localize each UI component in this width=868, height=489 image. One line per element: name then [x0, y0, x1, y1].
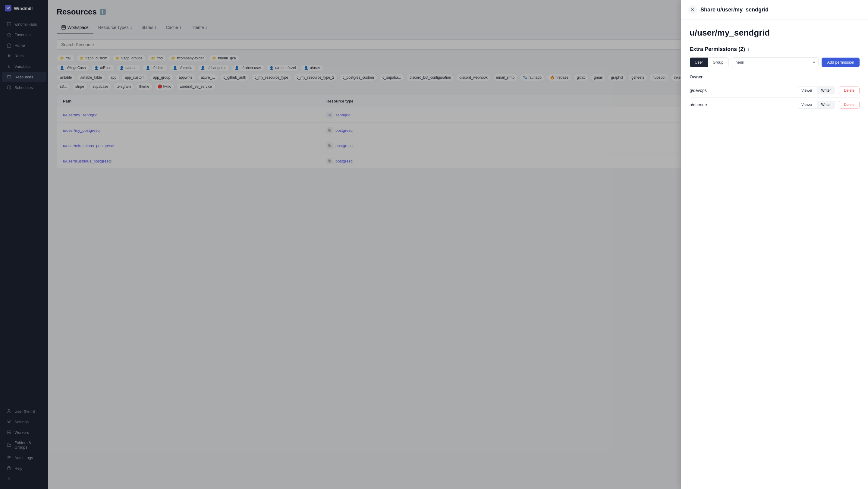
owner-section: Owner g/devops Viewer Writer Delete u/et…	[689, 74, 860, 112]
perm-name: g/devops	[689, 88, 793, 93]
viewer-btn[interactable]: Viewer	[797, 87, 817, 94]
user-group-toggle: User Group	[689, 57, 729, 67]
writer-btn[interactable]: Writer	[817, 87, 835, 94]
perm-level-group: Viewer Writer	[797, 101, 835, 109]
permissions-label: Extra Permissions (2)	[689, 46, 745, 53]
modal-overlay: ✕ Share u/user/my_sendgrid u/user/my_sen…	[0, 0, 868, 489]
delete-permission-button[interactable]: Delete	[839, 87, 860, 94]
permissions-heading: Extra Permissions (2) ℹ	[689, 46, 860, 53]
delete-permission-button[interactable]: Delete	[839, 101, 860, 109]
perm-level-group: Viewer Writer	[797, 87, 835, 94]
resource-path-title: u/user/my_sendgrid	[689, 28, 860, 38]
permission-row: u/etienne Viewer Writer Delete	[689, 98, 860, 112]
add-permission-button[interactable]: Add permission	[822, 58, 860, 67]
panel-body: u/user/my_sendgrid Extra Permissions (2)…	[681, 20, 868, 489]
panel-header-title: Share u/user/my_sendgrid	[701, 7, 769, 13]
panel-header: ✕ Share u/user/my_sendgrid	[681, 0, 868, 20]
viewer-btn[interactable]: Viewer	[797, 101, 817, 108]
perm-name: u/etienne	[689, 102, 793, 107]
permission-row: g/devops Viewer Writer Delete	[689, 84, 860, 98]
group-toggle-btn[interactable]: Group	[708, 58, 728, 67]
permissions-info-icon: ℹ	[747, 47, 749, 52]
share-panel: ✕ Share u/user/my_sendgrid u/user/my_sen…	[681, 0, 868, 489]
user-search-input[interactable]	[732, 57, 819, 67]
owner-label: Owner	[689, 74, 860, 79]
user-toggle-btn[interactable]: User	[690, 58, 708, 67]
user-select-wrapper: ▼	[732, 57, 819, 67]
writer-btn[interactable]: Writer	[817, 101, 835, 108]
permission-controls: User Group ▼ Add permission	[689, 57, 860, 67]
panel-close-button[interactable]: ✕	[688, 5, 697, 14]
